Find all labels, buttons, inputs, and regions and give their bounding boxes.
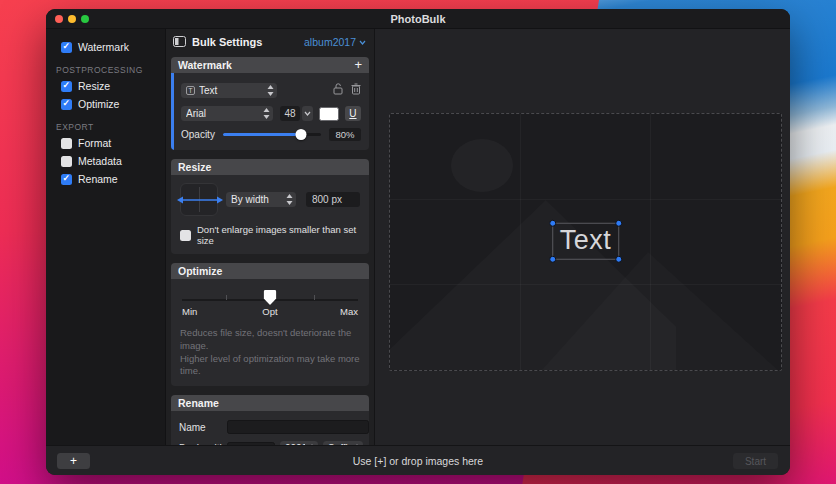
sidebar-item-label: Rename [78, 173, 118, 185]
minimize-button[interactable] [68, 15, 76, 23]
placeholder-sun-shape [451, 139, 513, 192]
resize-mode-value: By width [231, 194, 282, 205]
font-size-dropdown-button[interactable] [302, 106, 313, 121]
titlebar[interactable]: PhotoBulk [46, 9, 790, 29]
resize-width-field[interactable]: 800 px [306, 192, 360, 207]
rename-checkbox[interactable] [61, 174, 72, 185]
add-watermark-button[interactable]: + [354, 58, 362, 71]
watermark-selection-box[interactable]: Text [552, 223, 620, 260]
optimize-checkbox[interactable] [61, 99, 72, 110]
name-label: Name [179, 422, 227, 433]
opacity-label: Opacity [181, 129, 223, 140]
unlock-icon[interactable] [333, 81, 344, 99]
close-button[interactable] [55, 15, 63, 23]
up-down-arrows-icon [267, 85, 274, 96]
selection-handle[interactable] [549, 256, 556, 263]
opacity-value: 80% [329, 128, 361, 141]
grid-line [390, 199, 781, 200]
optimize-slider[interactable]: Min Opt Max [182, 290, 358, 318]
drop-hint-text: Use [+] or drop images here [353, 455, 483, 467]
watermark-type-value: Text [199, 85, 263, 96]
window-title: PhotoBulk [391, 13, 446, 25]
sidebar-item-watermark[interactable]: Watermark [46, 38, 165, 56]
section-postprocessing: POSTPROCESSING [56, 65, 165, 75]
preview-canvas[interactable]: Text [389, 113, 782, 371]
sidebar-item-resize[interactable]: Resize [46, 77, 165, 95]
traffic-lights [55, 15, 89, 23]
resize-card-title: Resize [178, 161, 211, 173]
sidebar: Watermark POSTPROCESSING Resize Optimize… [46, 29, 165, 445]
watermark-card: Watermark + T Text [171, 57, 369, 150]
rename-card-title: Rename [178, 397, 219, 409]
sidebar-item-label: Resize [78, 80, 110, 92]
section-export: EXPORT [56, 122, 165, 132]
opacity-slider-thumb[interactable] [296, 129, 307, 140]
sidebar-item-format[interactable]: Format [46, 134, 165, 152]
selection-handle[interactable] [615, 256, 622, 263]
sidebar-item-label: Watermark [78, 41, 129, 53]
font-size-field[interactable]: 48 [280, 106, 299, 121]
slider-tick [226, 295, 227, 300]
name-input[interactable] [227, 420, 369, 434]
preset-name: album2017 [304, 36, 356, 48]
watermark-checkbox[interactable] [61, 42, 72, 53]
sidebar-item-optimize[interactable]: Optimize [46, 95, 165, 113]
optimize-max-label: Max [340, 306, 358, 317]
optimize-card-title: Optimize [178, 265, 222, 277]
plus-icon: + [70, 455, 77, 467]
chevron-down-icon [359, 40, 366, 45]
add-images-button[interactable]: + [57, 453, 90, 469]
preview-panel: Text [374, 29, 790, 445]
photobulk-window: PhotoBulk Watermark POSTPROCESSING Resiz… [46, 9, 790, 475]
selection-handle[interactable] [549, 220, 556, 227]
sidebar-item-label: Format [78, 137, 111, 149]
optimize-opt-label: Opt [262, 306, 277, 317]
up-down-arrows-icon [263, 108, 270, 119]
sidebar-item-label: Metadata [78, 155, 122, 167]
settings-panel: Bulk Settings album2017 Watermark + [165, 29, 374, 445]
watermark-type-select[interactable]: T Text [181, 83, 277, 98]
opacity-slider[interactable] [223, 129, 321, 140]
underline-button[interactable]: U [345, 106, 361, 121]
resize-card: Resize By width [171, 159, 369, 254]
metadata-checkbox[interactable] [61, 156, 72, 167]
watermark-preview-text[interactable]: Text [560, 225, 612, 255]
sidebar-item-label: Optimize [78, 98, 119, 110]
settings-title: Bulk Settings [192, 36, 262, 48]
no-enlarge-checkbox[interactable] [180, 230, 191, 241]
sidebar-item-rename[interactable]: Rename [46, 170, 165, 188]
no-enlarge-label: Don't enlarge images smaller than set si… [197, 224, 361, 246]
opacity-slider-fill [223, 133, 301, 136]
bottom-bar: + Use [+] or drop images here Start [46, 445, 790, 475]
zoom-button[interactable] [81, 15, 89, 23]
optimize-card: Optimize Min Opt Max [171, 263, 369, 386]
settings-header: Bulk Settings album2017 [166, 29, 374, 55]
no-enlarge-option[interactable]: Don't enlarge images smaller than set si… [180, 224, 361, 246]
optimize-description: Reduces file size, doesn't deteriorate t… [180, 327, 360, 378]
resize-mode-select[interactable]: By width [226, 192, 296, 207]
font-select[interactable]: Arial [181, 106, 273, 121]
watermark-card-title: Watermark [178, 59, 232, 71]
trash-icon[interactable] [351, 81, 361, 99]
sidebar-toggle-icon[interactable] [173, 33, 186, 51]
start-button[interactable]: Start [733, 453, 778, 469]
up-down-arrows-icon [286, 194, 293, 205]
selection-handle[interactable] [615, 220, 622, 227]
format-checkbox[interactable] [61, 138, 72, 149]
slider-tick [314, 295, 315, 300]
preset-dropdown[interactable]: album2017 [304, 36, 366, 48]
width-resize-icon [180, 183, 218, 216]
font-value: Arial [186, 108, 259, 119]
color-swatch[interactable] [319, 107, 339, 121]
optimize-slider-thumb[interactable] [264, 290, 277, 305]
text-type-icon: T [186, 86, 195, 95]
optimize-min-label: Min [182, 306, 197, 317]
sidebar-item-metadata[interactable]: Metadata [46, 152, 165, 170]
resize-checkbox[interactable] [61, 81, 72, 92]
